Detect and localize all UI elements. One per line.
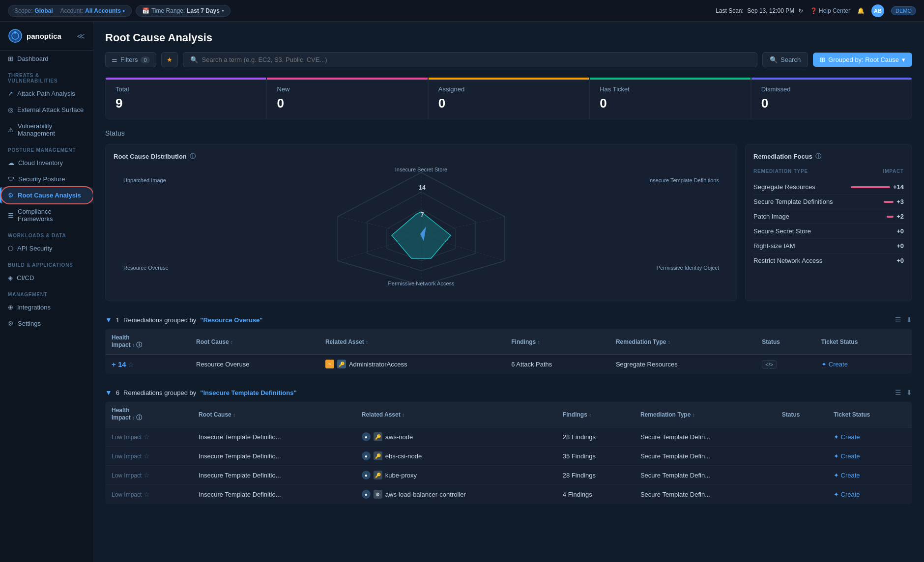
list-icon-2[interactable]: ☰ xyxy=(895,389,901,396)
create-ticket-btn[interactable]: ✦ Create xyxy=(821,361,906,368)
table-header-row-1: HealthImpact ↕ ⓘ Root Cause ↕ Related As… xyxy=(106,329,912,355)
asset-name-4: aws-load-balancer-controller xyxy=(385,491,466,498)
card-has-ticket-title: Has Ticket xyxy=(600,85,740,93)
group-header-insecure-template[interactable]: ▼ 6 Remediations grouped by "Insecure Te… xyxy=(105,384,912,401)
th-findings-2[interactable]: Findings ↕ xyxy=(557,402,635,427)
search-input[interactable] xyxy=(202,56,750,63)
card-assigned[interactable]: Assigned 0 xyxy=(428,77,589,119)
td-ticket-row3: ✦ Create xyxy=(828,466,912,485)
group-header-resource-overuse[interactable]: ▼ 1 Remediations grouped by "Resource Ov… xyxy=(105,311,912,329)
status-section: Root Cause Distribution ⓘ xyxy=(105,144,912,301)
sidebar-item-cicd[interactable]: ◈ CI/CD xyxy=(0,270,93,286)
list-icon-1[interactable]: ☰ xyxy=(895,316,901,324)
create-ticket-btn-4[interactable]: ✦ Create xyxy=(834,491,906,498)
th-remediation-type-2[interactable]: Remediation Type ↕ xyxy=(635,402,776,427)
td-status-row1 xyxy=(776,427,828,447)
section-management: MANAGEMENT xyxy=(0,286,93,299)
help-center-link[interactable]: ❓ Help Center xyxy=(810,7,850,14)
sidebar-item-api-security[interactable]: ⬡ API Security xyxy=(0,240,93,256)
th-health-impact-1[interactable]: HealthImpact ↕ ⓘ xyxy=(106,329,191,355)
rem-bar-patch-image xyxy=(887,216,894,218)
rem-impact-segregate: +14 xyxy=(851,183,904,191)
card-total[interactable]: Total 9 xyxy=(105,77,266,119)
create-ticket-btn-2[interactable]: ✦ Create xyxy=(834,452,906,460)
info-icon-2[interactable]: ⓘ xyxy=(136,414,142,421)
sidebar-collapse-icon[interactable]: ≪ xyxy=(77,31,85,41)
grouped-chevron-icon: ▾ xyxy=(902,56,905,63)
grouped-by-button[interactable]: ⊞ Grouped by: Root Cause ▾ xyxy=(813,53,912,67)
time-chevron-icon: ▾ xyxy=(222,8,224,13)
attack-path-label: Attack Path Analysis xyxy=(17,90,75,97)
group-count-2: 6 xyxy=(116,389,119,396)
sidebar-item-settings[interactable]: ⚙ Settings xyxy=(0,315,93,332)
rem-type-rightsize-iam: Right-size IAM xyxy=(753,242,795,250)
star-btn-3[interactable]: ☆ xyxy=(144,471,150,479)
time-range-selector[interactable]: 📅 Time Range: Last 7 Days ▾ xyxy=(136,5,231,17)
dashboard-label: Dashboard xyxy=(17,55,49,62)
refresh-icon[interactable]: ↻ xyxy=(798,7,803,14)
create-icon: ✦ xyxy=(821,361,827,368)
sidebar-item-root-cause[interactable]: ⚙ Root Cause Analysis xyxy=(0,187,93,203)
sidebar-item-attack-path[interactable]: ↗ Attack Path Analysis xyxy=(0,85,93,102)
card-new[interactable]: New 0 xyxy=(266,77,428,119)
sidebar-item-external-attack[interactable]: ◎ External Attack Surface xyxy=(0,102,93,118)
th-related-asset-1[interactable]: Related Asset ↕ xyxy=(319,329,505,355)
low-impact-3: Low Impact xyxy=(112,472,142,479)
sidebar-item-dashboard[interactable]: ⊞ Dashboard xyxy=(0,51,93,67)
filters-button[interactable]: ⚌ Filters 0 xyxy=(105,52,156,67)
create-ticket-btn-1[interactable]: ✦ Create xyxy=(834,433,906,441)
td-asset-row1: ● 🔑 aws-node xyxy=(356,427,557,447)
td-impact-row1: Low Impact ☆ xyxy=(106,427,193,447)
compliance-label: Compliance Frameworks xyxy=(18,208,85,223)
section-workloads: WORKLOADS & DATA xyxy=(0,227,93,240)
sidebar-item-cloud-inventory[interactable]: ☁ Cloud Inventory xyxy=(0,155,93,171)
th-findings-1[interactable]: Findings ↕ xyxy=(505,329,610,355)
th-root-cause-1[interactable]: Root Cause ↕ xyxy=(190,329,319,355)
star-btn-4[interactable]: ☆ xyxy=(144,490,150,498)
svg-text:14: 14 xyxy=(419,184,426,191)
card-has-ticket[interactable]: Has Ticket 0 xyxy=(589,77,751,119)
download-icon-1[interactable]: ⬇ xyxy=(906,316,912,324)
bell-icon[interactable]: 🔔 xyxy=(857,7,865,14)
card-dismissed[interactable]: Dismissed 0 xyxy=(751,77,912,119)
star-button[interactable]: ☆ xyxy=(128,361,134,368)
group-label-1: Remediations grouped by xyxy=(123,316,196,324)
card-has-ticket-value: 0 xyxy=(600,96,740,111)
app-body: panoptica ≪ ⊞ Dashboard THREATS & VULNER… xyxy=(0,22,924,562)
group-icon: ⊞ xyxy=(820,56,825,63)
create-ticket-btn-3[interactable]: ✦ Create xyxy=(834,472,906,479)
section-threats: THREATS & VULNERABILITIES xyxy=(0,67,93,85)
remediation-info-icon[interactable]: ⓘ xyxy=(815,152,821,161)
card-new-title: New xyxy=(277,85,417,93)
star-btn-2[interactable]: ☆ xyxy=(144,452,150,460)
rem-type-secure-template: Secure Template Definitions xyxy=(753,198,833,205)
asset-name-3: kube-proxy xyxy=(385,472,417,479)
security-posture-label: Security Posture xyxy=(18,175,65,183)
card-dismissed-title: Dismissed xyxy=(761,85,902,93)
code-icon[interactable]: </> xyxy=(762,360,777,369)
sidebar-item-vulnerability[interactable]: ⚠ Vulnerability Management xyxy=(0,118,93,141)
td-root-cause-row4: Insecure Template Definitio... xyxy=(193,485,356,504)
distribution-info-icon[interactable]: ⓘ xyxy=(190,152,196,161)
th-related-asset-2[interactable]: Related Asset ↕ xyxy=(356,402,557,427)
api-security-label: API Security xyxy=(17,245,53,252)
favorites-button[interactable]: ★ xyxy=(161,52,178,67)
filters-count: 0 xyxy=(141,56,149,63)
settings-label: Settings xyxy=(18,320,41,327)
section-posture: POSTURE MANAGEMENT xyxy=(0,141,93,155)
star-btn-1[interactable]: ☆ xyxy=(144,433,150,441)
sidebar-item-compliance[interactable]: ☰ Compliance Frameworks xyxy=(0,203,93,227)
download-icon-2[interactable]: ⬇ xyxy=(906,389,912,396)
th-health-impact-2[interactable]: HealthImpact ↕ ⓘ xyxy=(106,402,193,427)
info-icon-1[interactable]: ⓘ xyxy=(136,341,142,348)
time-label: Time Range: xyxy=(151,7,185,14)
th-root-cause-2[interactable]: Root Cause ↕ xyxy=(193,402,356,427)
th-remediation-type-1[interactable]: Remediation Type ↕ xyxy=(610,329,756,355)
search-button[interactable]: 🔍 Search xyxy=(762,52,808,67)
avatar[interactable]: AB xyxy=(871,4,884,17)
sidebar-item-integrations[interactable]: ⊕ Integrations xyxy=(0,299,93,315)
asset-icon-aws: ~ xyxy=(325,360,334,368)
sidebar-item-security-posture[interactable]: 🛡 Security Posture xyxy=(0,171,93,187)
group-chevron-icon-2: ▼ xyxy=(105,389,112,396)
scope-selector[interactable]: Scope: Global Account: All Accounts ▸ xyxy=(8,5,132,17)
